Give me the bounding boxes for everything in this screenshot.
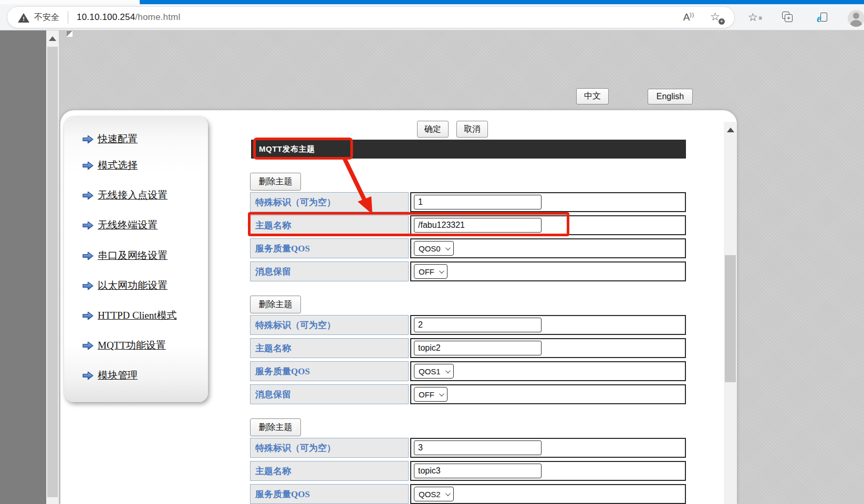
sidebar-item-wireless-ap[interactable]: 无线接入点设置 xyxy=(82,188,168,202)
lang-chinese-button[interactable]: 中文 xyxy=(576,88,609,104)
cancel-button[interactable]: 取消 xyxy=(456,121,488,138)
qos-select[interactable]: QOS1 xyxy=(414,364,454,379)
table-row: 消息保留 OFF xyxy=(250,384,686,404)
sidebar-item-serial-network[interactable]: 串口及网络设置 xyxy=(82,249,168,262)
blue-arrow-icon xyxy=(82,281,94,291)
address-bar[interactable]: ! 不安全 10.10.100.254/home.html A)) ☆ + xyxy=(7,7,734,28)
read-aloud-waves: )) xyxy=(690,12,694,18)
front-square-plus: + xyxy=(785,14,793,22)
sidebar-item-httpd-client[interactable]: HTTPD Client模式 xyxy=(82,309,176,322)
content-frame: 快速配置 模式选择 无线接入点设置 无线终端设置 串口及网络设置 以太网功能设置… xyxy=(60,110,737,504)
sidebar-item-label: 串口及网络设置 xyxy=(98,249,168,262)
star-icon: ☆ xyxy=(748,11,758,23)
plus-badge: + xyxy=(719,18,725,25)
select-value: QOS2 xyxy=(419,490,441,499)
frame-vertical-scrollbar[interactable] xyxy=(724,122,737,504)
scrollbar-thumb[interactable] xyxy=(725,255,736,382)
read-aloud-icon[interactable]: A)) xyxy=(683,12,694,23)
sidebar-item-label: MQTT功能设置 xyxy=(98,339,166,352)
table-cell: QOS2 xyxy=(410,484,686,504)
sidebar-item-wireless-sta[interactable]: 无线终端设置 xyxy=(82,218,158,232)
table-cell xyxy=(410,315,686,335)
blue-arrow-icon xyxy=(82,341,94,351)
scroll-up-arrow-icon[interactable] xyxy=(49,36,56,41)
table-row: 特殊标识（可为空） xyxy=(250,192,686,212)
table-row: 服务质量QOS QOS0 xyxy=(250,238,686,258)
url-host: 10.10.100.254 xyxy=(77,12,135,22)
qos-label: 服务质量QOS xyxy=(250,238,409,258)
qos-select[interactable]: QOS2 xyxy=(414,487,454,501)
sidebar-item-label: 快速配置 xyxy=(98,132,138,146)
delete-topic-button[interactable]: 删除主题 xyxy=(250,418,301,436)
retain-select[interactable]: OFF xyxy=(414,387,447,402)
special-id-input[interactable] xyxy=(414,440,542,455)
ie-mode-icon[interactable]: e xyxy=(817,13,829,24)
confirm-button[interactable]: 确定 xyxy=(417,121,449,138)
sidebar-item-mqtt[interactable]: MQTT功能设置 xyxy=(82,339,166,352)
retain-label: 消息保留 xyxy=(250,384,409,404)
table-cell xyxy=(410,338,686,358)
topic-name-label: 主题名称 xyxy=(250,461,409,481)
sidebar-item-ethernet[interactable]: 以太网功能设置 xyxy=(82,279,168,292)
retain-select[interactable]: OFF xyxy=(414,264,447,279)
special-id-input[interactable] xyxy=(414,318,542,332)
blue-arrow-icon xyxy=(82,191,94,201)
table-row: 主题名称 xyxy=(250,461,686,481)
table-row: 消息保留 OFF xyxy=(250,261,686,281)
delete-topic-button[interactable]: 删除主题 xyxy=(250,296,301,313)
table-cell xyxy=(410,192,686,212)
sidebar-item-label: 模式选择 xyxy=(98,159,138,172)
special-id-label: 特殊标识（可为空） xyxy=(250,315,409,335)
sidebar-item-label: 模块管理 xyxy=(98,369,138,382)
scrollbar-thumb[interactable] xyxy=(47,47,58,497)
sidebar-item-label: 无线接入点设置 xyxy=(98,188,168,202)
page-background: 中文 English 快速配置 模式选择 无线接入点设置 无线终端设置 串口及网… xyxy=(59,30,864,504)
chevron-down-icon xyxy=(445,368,451,373)
annotation-arrow xyxy=(338,154,386,222)
read-aloud-letter: A xyxy=(683,12,690,23)
add-favorite-icon[interactable]: ☆ + xyxy=(710,10,724,24)
corner-marker-icon xyxy=(67,31,72,37)
table-row: 主题名称 xyxy=(250,338,686,358)
blue-arrow-icon xyxy=(82,311,94,321)
ie-letter: e xyxy=(817,13,821,25)
browser-titlebar xyxy=(0,0,864,4)
blue-arrow-icon xyxy=(82,371,94,381)
topic-name-input[interactable] xyxy=(414,464,542,478)
table-cell: QOS1 xyxy=(410,361,686,381)
qos-select[interactable]: QOS0 xyxy=(414,241,454,256)
table-cell xyxy=(410,438,686,458)
sidebar: 快速配置 模式选择 无线接入点设置 无线终端设置 串口及网络设置 以太网功能设置… xyxy=(64,117,208,402)
special-id-label: 特殊标识（可为空） xyxy=(250,438,409,458)
page-vertical-scrollbar[interactable] xyxy=(46,30,59,504)
retain-label: 消息保留 xyxy=(250,261,409,281)
favorites-icon[interactable]: ☆ ≡ xyxy=(748,11,758,24)
scroll-up-arrow-icon[interactable] xyxy=(727,128,734,132)
table-row: 服务质量QOS QOS2 xyxy=(250,484,686,504)
collections-icon[interactable]: + xyxy=(784,13,794,24)
url-text[interactable]: 10.10.100.254/home.html xyxy=(77,12,180,23)
active-tab-edge xyxy=(0,0,140,4)
table-cell: OFF xyxy=(410,384,686,404)
delete-topic-button[interactable]: 删除主题 xyxy=(250,173,301,191)
topic-name-label: 主题名称 xyxy=(250,338,409,358)
site-security-chip[interactable]: ! 不安全 xyxy=(18,12,59,23)
special-id-input[interactable] xyxy=(414,195,542,209)
select-value: QOS1 xyxy=(419,367,441,376)
topic-name-input[interactable] xyxy=(414,341,542,355)
blue-arrow-icon xyxy=(82,161,94,171)
topic-section-3: 删除主题 特殊标识（可为空） 主题名称 服务质量QOS QOS2 xyxy=(250,418,686,504)
sidebar-item-mode-select[interactable]: 模式选择 xyxy=(82,159,138,172)
select-value: OFF xyxy=(419,267,434,276)
sidebar-item-quick-config[interactable]: 快速配置 xyxy=(82,132,138,146)
lang-english-button[interactable]: English xyxy=(648,89,693,104)
profile-avatar[interactable] xyxy=(848,10,864,27)
url-path: /home.html xyxy=(135,12,180,22)
sidebar-item-label: HTTPD Client模式 xyxy=(98,309,176,322)
divider xyxy=(68,11,68,24)
sidebar-item-label: 以太网功能设置 xyxy=(98,279,168,292)
sidebar-item-module-manage[interactable]: 模块管理 xyxy=(82,369,138,382)
warning-icon: ! xyxy=(18,13,29,23)
table-cell xyxy=(410,461,686,481)
left-dark-region xyxy=(0,30,46,504)
